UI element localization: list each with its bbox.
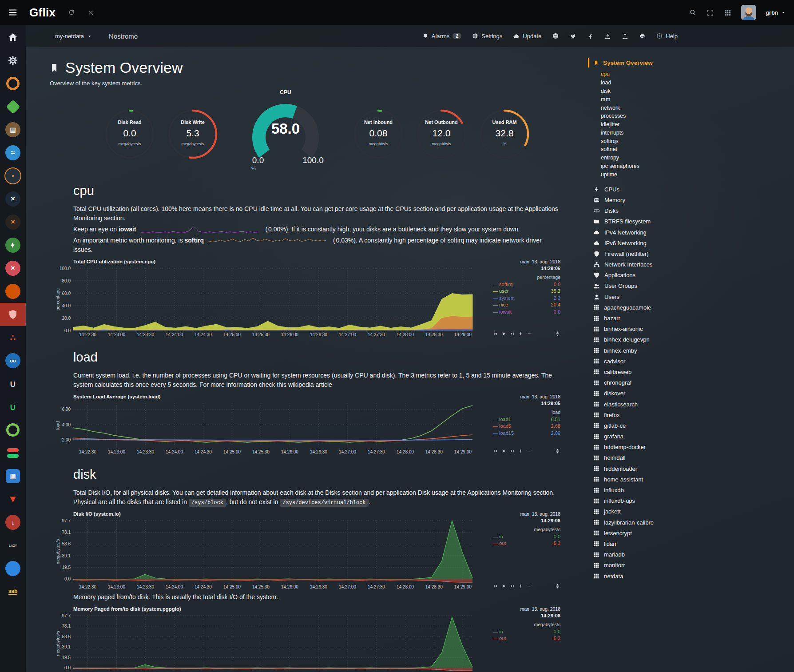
app-shortcut-app-bolt-green[interactable] (0, 234, 26, 257)
refresh-tab-button[interactable] (68, 9, 75, 16)
print-icon[interactable] (639, 33, 646, 40)
legend-item-system[interactable]: — system2.3 (493, 295, 560, 302)
app-shortcut-app-sabnzbd[interactable]: sab (0, 580, 26, 603)
menu-app-home-assistant[interactable]: home-assistant (588, 474, 794, 485)
chart-zoom-out-button[interactable] (527, 584, 532, 588)
menu-app-binhex-emby[interactable]: binhex-emby (588, 345, 794, 356)
chart-nav-play-button[interactable] (501, 584, 506, 588)
app-shortcut-app-library[interactable]: ▤ (0, 118, 26, 141)
gauge-net-outbound[interactable]: Net Outbound12.0megabits/s (415, 108, 468, 160)
app-shortcut-app-dark-star[interactable]: × (0, 187, 26, 211)
app-shortcut-home[interactable] (0, 26, 26, 49)
gauge-net-inbound[interactable]: Net Inbound0.08megabits/s (352, 108, 405, 160)
gauge-disk-read[interactable]: Disk Read0.0megabytes/s (103, 108, 156, 160)
chart-plot-area[interactable]: System Load Average (system.load)14:22:3… (56, 394, 476, 456)
legend-item-load15[interactable]: — load152.06 (493, 430, 560, 437)
chart-nav-backward-button[interactable] (493, 584, 498, 588)
chart-nav-forward-button[interactable] (510, 449, 515, 453)
menu-sub-softirqs[interactable]: softirqs (588, 137, 794, 145)
app-shortcut-app-organizr[interactable]: × (0, 211, 26, 234)
menu-sub-processes[interactable]: processes (588, 112, 794, 120)
legend-item-in[interactable]: — in0.0 (493, 628, 560, 635)
chart-nav-play-button[interactable] (501, 331, 506, 336)
legend-item-load5[interactable]: — load52.68 (493, 423, 560, 429)
legend-item-softirq[interactable]: — softirq0.0 (493, 281, 560, 288)
menu-section-btrfs-filesystem[interactable]: BTRFS filesystem (588, 216, 794, 227)
gauge-cpu[interactable]: CPU58.00.0100.0% (241, 96, 330, 172)
app-shortcut-app-dots-red[interactable]: ∴ (0, 326, 26, 349)
chart-zoom-in-button[interactable] (518, 449, 523, 453)
chart-zoom-in-button[interactable] (518, 331, 523, 336)
twitter-icon[interactable] (570, 33, 576, 40)
menu-app-jackett[interactable]: jackett (588, 506, 794, 517)
menu-section-disks[interactable]: Disks (588, 206, 794, 216)
menu-app-cadvisor[interactable]: cadvisor (588, 356, 794, 366)
user-menu[interactable]: gilbn (766, 9, 786, 16)
gauge-disk-write[interactable]: Disk Write5.3megabytes/s (167, 108, 219, 160)
menu-sub-interrupts[interactable]: interrupts (588, 128, 794, 137)
chart-zoom-out-button[interactable] (527, 331, 532, 336)
chart-nav-backward-button[interactable] (493, 449, 498, 453)
legend-item-in[interactable]: — in0.0 (493, 533, 560, 540)
menu-app-chronograf[interactable]: chronograf (588, 378, 794, 388)
menu-section-ipv6-networking[interactable]: IPv6 Networking (588, 238, 794, 248)
chart-nav-forward-button[interactable] (510, 584, 515, 588)
menu-app-lidarr[interactable]: lidarr (588, 538, 794, 549)
github-icon[interactable] (552, 32, 559, 40)
app-shortcut-app-emby[interactable] (0, 95, 26, 118)
app-shortcut-app-airsonic[interactable]: ≈ (0, 141, 26, 164)
app-shortcut-settings[interactable] (0, 49, 26, 72)
menu-sub-load[interactable]: load (588, 79, 794, 87)
chart-nav-play-button[interactable] (501, 449, 506, 453)
gauge-used-ram[interactable]: Used RAM32.8% (478, 108, 531, 160)
app-shortcut-app-u-gray[interactable]: ∪ (0, 372, 26, 395)
menu-app-letsencrypt[interactable]: letsencrypt (588, 528, 794, 538)
app-shortcut-app-search-orange[interactable]: ● (0, 164, 26, 187)
chart-resize-handle[interactable] (555, 448, 560, 454)
menu-section-ipv4-networking[interactable]: IPv4 Networking (588, 227, 794, 238)
chart-resize-handle[interactable] (555, 583, 560, 589)
chart-plot-area[interactable]: Memory Paged from/to disk (system.pgpgio… (56, 606, 476, 672)
legend-item-user[interactable]: — user35.3 (493, 288, 560, 294)
chart-nav-backward-button[interactable] (493, 331, 498, 336)
app-shortcut-app-pink[interactable]: × (0, 257, 26, 280)
avatar[interactable] (741, 5, 756, 20)
menu-section-memory[interactable]: Memory (588, 195, 794, 205)
import-snapshot-icon[interactable] (622, 33, 628, 40)
menu-sub-idlejitter[interactable]: idlejitter (588, 120, 794, 129)
hamburger-menu-button[interactable] (0, 8, 26, 17)
menu-app-diskover[interactable]: diskover (588, 388, 794, 399)
menu-section-cpus[interactable]: CPUs (588, 184, 794, 195)
menu-system-overview[interactable]: System Overview (588, 58, 794, 68)
menu-section-user-groups[interactable]: User Groups (588, 281, 794, 291)
menu-section-firewall-netfilter[interactable]: Firewall (netfilter) (588, 248, 794, 259)
chart-resize-handle[interactable] (555, 331, 560, 337)
host-dropdown[interactable]: my-netdata (55, 33, 92, 40)
legend-item-nice[interactable]: — nice20.4 (493, 302, 560, 308)
menu-app-binhex-delugevpn[interactable]: binhex-delugevpn (588, 334, 794, 345)
menu-app-influxdb-ups[interactable]: influxdb-ups (588, 496, 794, 506)
app-shortcut-app-ring-orange[interactable] (0, 72, 26, 95)
app-shortcut-app-u-green[interactable]: ∪ (0, 395, 26, 418)
menu-sub-ram[interactable]: ram (588, 95, 794, 103)
legend-item-out[interactable]: — out-5.2 (493, 635, 560, 642)
menu-app-calibreweb[interactable]: calibreweb (588, 366, 794, 377)
legend-item-load1[interactable]: — load16.51 (493, 416, 560, 423)
alarms-button[interactable]: Alarms 2 (422, 33, 462, 40)
close-tab-button[interactable] (87, 9, 94, 16)
search-icon[interactable] (689, 9, 697, 16)
menu-sub-cpu[interactable]: cpu (588, 70, 794, 79)
chart-plot-area[interactable]: Disk I/O (system.io)14:22:3014:23:0014:2… (56, 511, 476, 591)
app-shortcut-app-lazylibrarian[interactable]: LAZY (0, 534, 26, 557)
menu-app-influxdb[interactable]: influxdb (588, 485, 794, 495)
app-shortcut-app-ring-green[interactable] (0, 418, 26, 441)
app-shortcut-app-nextcloud[interactable]: oo (0, 349, 26, 372)
help-button[interactable]: ? Help (656, 33, 678, 40)
update-button[interactable]: Update (513, 33, 541, 40)
app-shortcut-app-bars[interactable] (0, 441, 26, 465)
menu-app-netdata[interactable]: netdata (588, 571, 794, 581)
menu-sub-uptime[interactable]: uptime (588, 170, 794, 179)
apps-grid-icon[interactable] (724, 9, 731, 16)
menu-sub-network[interactable]: network (588, 103, 794, 112)
chart-zoom-out-button[interactable] (527, 449, 532, 453)
